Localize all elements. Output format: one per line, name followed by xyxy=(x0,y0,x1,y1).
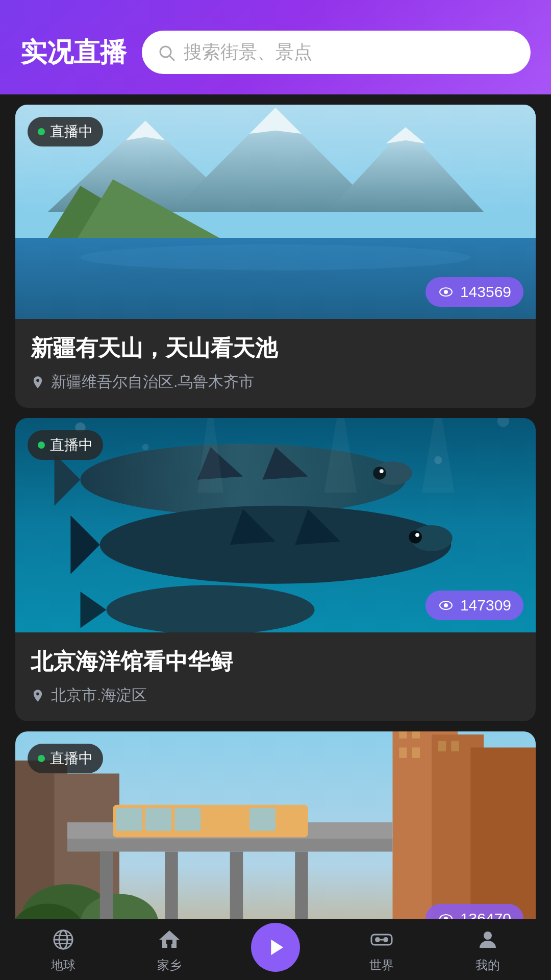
nav-label-hometown: 家乡 xyxy=(157,957,182,973)
eye-icon-2 xyxy=(438,597,454,614)
svg-point-14 xyxy=(81,269,341,285)
bottom-navigation: 地球 家乡 世界 xyxy=(0,919,551,980)
card-image-wrapper-2: 直播中 147309 xyxy=(15,418,536,632)
card-info-1: 新疆有天山，天山看天池 新疆维吾尔自治区.乌鲁木齐市 xyxy=(15,319,536,408)
nav-label-earth: 地球 xyxy=(51,957,76,973)
view-count-1: 143569 xyxy=(425,277,523,307)
svg-rect-66 xyxy=(145,808,171,831)
location-icon-2 xyxy=(31,689,45,703)
svg-point-19 xyxy=(142,444,149,451)
svg-point-29 xyxy=(100,506,452,584)
search-placeholder-text: 搜索街景、景点 xyxy=(184,40,312,65)
svg-rect-52 xyxy=(451,741,459,751)
live-badge-2: 直播中 xyxy=(28,430,103,460)
svg-point-22 xyxy=(81,444,406,516)
live-badge-3: 直播中 xyxy=(28,744,103,773)
svg-rect-67 xyxy=(174,808,201,831)
card-title-1: 新疆有天山，天山看天池 xyxy=(31,333,520,363)
live-button[interactable] xyxy=(251,923,300,972)
svg-point-16 xyxy=(444,290,448,294)
svg-rect-51 xyxy=(438,741,446,751)
nav-item-hometown[interactable]: 家乡 xyxy=(116,926,222,973)
card-image-wrapper-3: 直播中 136470 xyxy=(15,731,536,946)
nav-item-live[interactable] xyxy=(222,923,329,977)
svg-point-87 xyxy=(383,937,388,942)
svg-point-86 xyxy=(375,937,380,942)
card-image-wrapper-1: 直播中 143569 xyxy=(15,105,536,319)
svg-point-35 xyxy=(415,533,419,537)
svg-point-89 xyxy=(484,932,492,940)
view-count-2: 147309 xyxy=(425,591,523,620)
app-title: 实况直播 xyxy=(20,35,127,70)
svg-point-83 xyxy=(167,935,171,939)
live-badge-1: 直播中 xyxy=(28,117,103,146)
card-aquarium[interactable]: 直播中 147309 北京海洋馆看中华鲟 北京市.海淀区 xyxy=(15,418,536,721)
svg-rect-49 xyxy=(399,748,407,758)
live-dot-2 xyxy=(38,442,45,449)
card-location-2: 北京市.海淀区 xyxy=(31,685,520,706)
search-icon xyxy=(157,43,176,62)
location-icon-1 xyxy=(31,375,45,389)
svg-rect-47 xyxy=(399,731,407,739)
svg-point-27 xyxy=(373,467,386,480)
eye-icon-1 xyxy=(438,284,454,300)
nav-label-world: 世界 xyxy=(369,957,394,973)
svg-line-1 xyxy=(170,56,174,60)
live-dot-3 xyxy=(38,755,45,762)
card-title-2: 北京海洋馆看中华鲟 xyxy=(31,647,520,677)
svg-point-13 xyxy=(81,244,471,271)
card-city[interactable]: 直播中 136470 xyxy=(15,731,536,946)
nav-label-mine: 我的 xyxy=(475,957,500,973)
hometown-icon xyxy=(156,926,183,953)
svg-rect-48 xyxy=(412,731,420,739)
svg-point-34 xyxy=(409,530,422,544)
svg-rect-58 xyxy=(67,839,393,852)
card-info-2: 北京海洋馆看中华鲟 北京市.海淀区 xyxy=(15,632,536,721)
cards-container: 直播中 143569 新疆有天山，天山看天池 新疆维吾尔自治区.乌鲁木齐市 xyxy=(0,94,551,980)
svg-rect-65 xyxy=(116,808,142,831)
svg-rect-50 xyxy=(412,748,420,758)
nav-item-mine[interactable]: 我的 xyxy=(435,926,541,973)
svg-rect-68 xyxy=(249,808,276,831)
mine-icon xyxy=(474,926,501,953)
card-location-1: 新疆维吾尔自治区.乌鲁木齐市 xyxy=(31,372,520,393)
earth-icon xyxy=(50,926,77,953)
live-dot-1 xyxy=(38,128,45,135)
search-bar[interactable]: 搜索街景、景点 xyxy=(142,31,531,74)
svg-marker-84 xyxy=(271,939,283,954)
nav-item-world[interactable]: 世界 xyxy=(329,926,435,973)
header: 实况直播 搜索街景、景点 xyxy=(0,0,551,94)
svg-point-28 xyxy=(380,469,384,473)
world-icon xyxy=(368,926,395,953)
svg-point-42 xyxy=(444,603,448,607)
svg-point-36 xyxy=(107,585,315,632)
nav-item-earth[interactable]: 地球 xyxy=(10,926,116,973)
card-tianchi[interactable]: 直播中 143569 新疆有天山，天山看天池 新疆维吾尔自治区.乌鲁木齐市 xyxy=(15,105,536,408)
